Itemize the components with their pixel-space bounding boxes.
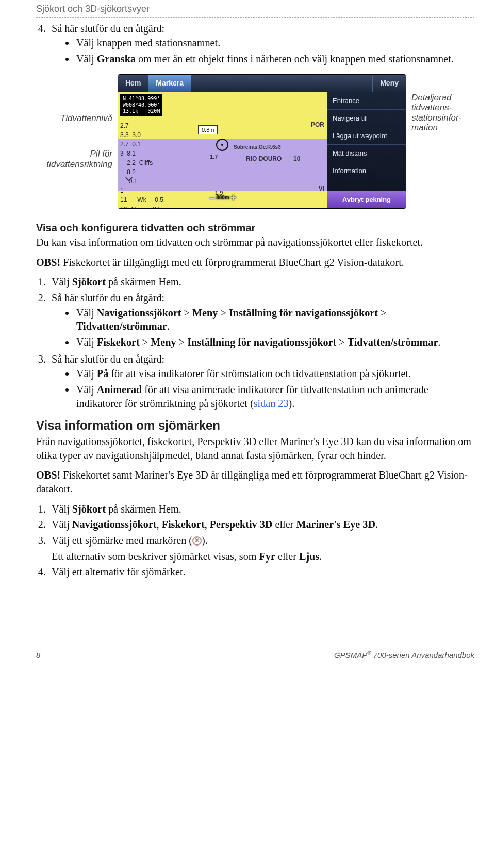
tab-meny[interactable]: Meny: [372, 75, 406, 92]
label-vi: VI: [319, 185, 324, 193]
sec1-s2-b2: Välj Fiskekort > Meny > Inställning för …: [75, 335, 474, 349]
label-sob: Sobreiras.Oc.R.6s3: [234, 144, 281, 150]
chart-pane[interactable]: N 41°08.999' W008°40.000' 13.1k 020M 0.8…: [118, 92, 327, 208]
gps-screenshot: Hem Markera Meny N 41°08.999' W008°40.00…: [118, 74, 406, 209]
zoom-in-button[interactable]: +: [230, 190, 237, 205]
tide-scale: 0.8m: [198, 125, 218, 135]
sec1-step3: Så här slutför du en åtgärd: Välj På för…: [48, 352, 474, 411]
coords-readout: N 41°08.999' W008°40.000' 13.1k 020M: [120, 94, 162, 116]
menu-distans[interactable]: Mät distans: [327, 145, 406, 162]
footer-title: GPSMAP® 700-serien Användarhandbok: [334, 650, 474, 660]
cursor-marker-icon: [216, 139, 228, 151]
menu-information[interactable]: Information: [327, 162, 406, 180]
sec2-obs: OBS! Fiskekortet samt Mariner's Eye 3D ä…: [36, 468, 474, 496]
menu-avbryt[interactable]: Avbryt pekning: [327, 191, 406, 208]
sec1-s3-b1: Välj På för att visa indikatorer för str…: [75, 367, 474, 381]
label-17: 1.7: [210, 153, 218, 161]
running-header: Sjökort och 3D-sjökortsvyer: [36, 0, 474, 18]
menu-navigera[interactable]: Navigera till: [327, 110, 406, 127]
sec2-step4: Välj ett alternativ för sjömärket.: [48, 565, 474, 579]
step4-bullet2: Välj Granska om mer än ett objekt finns …: [75, 52, 474, 66]
scalebar: 800m: [216, 194, 229, 201]
step-4: Så här slutför du en åtgärd: Välj knappe…: [48, 22, 474, 66]
zoom-out-button[interactable]: –: [209, 190, 215, 205]
sec1-step1: Välj Sjökort på skärmen Hem.: [48, 275, 474, 289]
sec1-s3-b2: Välj Animerad för att visa animerade ind…: [75, 383, 474, 410]
context-menu: Entrance Navigera till Lägga ut waypoint…: [327, 92, 406, 208]
sec2-step3: Välj ett sjömärke med markören (). Ett a…: [48, 534, 474, 563]
heading-sjomarken: Visa information om sjömärken: [36, 417, 474, 434]
depth-soundings: 2.7 3.3 3.0 2.7 0.1 3 8.1 2.2 Cliffs 8.2…: [120, 121, 163, 209]
sec1-intro: Du kan visa information om tidvatten och…: [36, 235, 474, 249]
figure-tidvatten: Tidvattennivå Pil för tidvattensriktning…: [36, 74, 474, 209]
callout-tidvattenniva: Tidvattennivå: [36, 113, 112, 124]
sec1-obs: OBS! Fiskekortet är tillgängligt med ett…: [36, 256, 474, 269]
sec1-step2: Så här slutför du en åtgärd: Välj Naviga…: [48, 291, 474, 349]
page-number: 8: [36, 650, 40, 660]
sec2-step2: Välj Navigationssjökort, Fiskekort, Pers…: [48, 518, 474, 532]
tab-markera[interactable]: Markera: [148, 75, 191, 92]
callout-detaljerad: Detaljerad tidvattens­stationsinfor­mati…: [411, 74, 473, 209]
step4-bullet1: Välj knappen med stationsnamnet.: [75, 36, 474, 50]
label-rio: RIO DOURO: [246, 155, 282, 163]
heading-visa-konfigurera: Visa och konfigurera tidvatten och ström…: [36, 221, 474, 234]
menu-waypoint[interactable]: Lägga ut waypoint: [327, 127, 406, 145]
link-sidan-23[interactable]: sidan 23: [254, 398, 289, 409]
tab-hem[interactable]: Hem: [118, 75, 148, 92]
label-por: POR: [311, 121, 324, 129]
callout-pil: Pil för tidvattensriktning: [36, 149, 112, 169]
sec2-step1: Välj Sjökort på skärmen Hem.: [48, 502, 474, 516]
sec1-s2-b1: Välj Navigationssjökort > Meny > Inställ…: [75, 306, 474, 333]
label-10: 10: [293, 155, 300, 163]
cursor-icon: [192, 536, 202, 546]
sec2-intro: Från navigationssjökortet, fiskekortet, …: [36, 435, 474, 462]
menu-entrance[interactable]: Entrance: [327, 92, 406, 110]
